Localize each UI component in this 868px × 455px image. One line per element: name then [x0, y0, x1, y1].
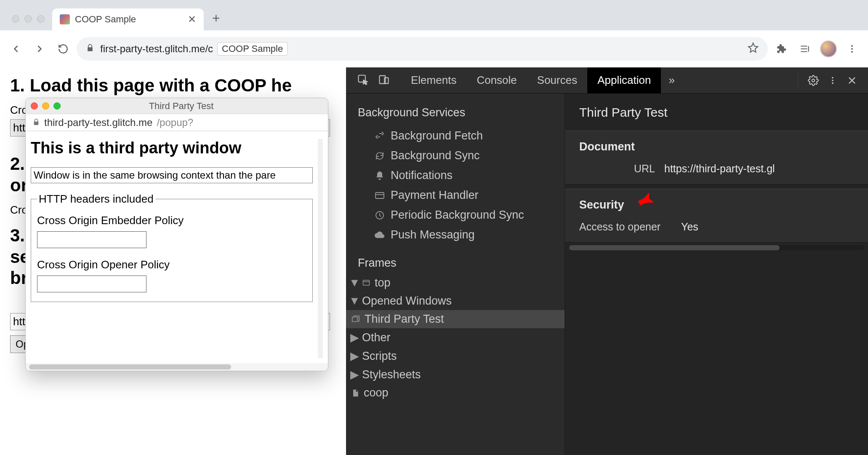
fieldset-legend: HTTP headers included	[37, 193, 155, 206]
devtools-tabs: Elements Console Sources Application »	[346, 67, 868, 94]
svg-point-9	[832, 82, 833, 84]
popup-heading: This is a third party window	[31, 139, 313, 157]
favicon-icon	[60, 14, 70, 24]
window-minimize[interactable]	[24, 15, 32, 23]
page-content: 1. Load this page with a COOP he Cro 2.o…	[0, 67, 346, 455]
back-button[interactable]	[6, 39, 26, 59]
coop-label: Cross Origin Opener Policy	[37, 258, 306, 271]
sidebar-item-notifications[interactable]: Notifications	[346, 166, 564, 185]
frame-coop-file[interactable]: coop	[346, 384, 564, 402]
avatar-icon	[820, 40, 837, 57]
sidebar-item-bg-sync[interactable]: Background Sync	[346, 146, 564, 166]
popup-minimize[interactable]	[42, 102, 49, 110]
coop-field[interactable]	[37, 276, 146, 292]
tab-application[interactable]: Application	[587, 67, 661, 94]
popup-window: Third Party Test third-party-test.glitch…	[25, 98, 328, 371]
inspect-icon[interactable]	[357, 74, 369, 87]
sidebar-item-periodic-sync[interactable]: Periodic Background Sync	[346, 205, 564, 225]
lock-icon	[86, 43, 94, 55]
devtools-sidebar: Background Services Background Fetch Bac…	[346, 94, 565, 455]
window-close[interactable]	[12, 15, 19, 23]
new-tab-button[interactable]: +	[204, 11, 229, 30]
tab-console[interactable]: Console	[466, 67, 527, 94]
security-heading: Security	[565, 189, 868, 213]
svg-rect-12	[363, 280, 370, 285]
toolbar: first-party-test.glitch.me/c COOP Sample	[0, 30, 868, 67]
frame-opened-windows[interactable]: ▼Opened Windows	[346, 292, 564, 310]
device-icon[interactable]	[378, 74, 390, 87]
sidebar-item-bg-fetch[interactable]: Background Fetch	[346, 126, 564, 146]
access-row: Access to opener Yes	[565, 213, 868, 242]
frame-other[interactable]: ▶Other	[346, 328, 564, 347]
url-value: https://third-party-test.gl	[664, 163, 775, 175]
window-controls	[4, 15, 52, 30]
url-text: first-party-test.glitch.me/c	[100, 43, 213, 55]
popup-url-path: /popup?	[157, 117, 193, 128]
frame-top[interactable]: ▼top	[346, 274, 564, 292]
gear-icon[interactable]	[805, 72, 822, 89]
sidebar-item-payment[interactable]: Payment Handler	[346, 185, 564, 205]
page-heading-1: 1. Load this page with a COOP he	[10, 75, 336, 96]
star-icon[interactable]	[748, 42, 759, 56]
close-icon[interactable]: ✕	[188, 13, 196, 25]
lock-icon	[32, 117, 40, 128]
devtools-panel: Elements Console Sources Application » B…	[346, 67, 868, 455]
coep-label: Cross Origin Embedder Policy	[37, 214, 306, 227]
frame-scripts[interactable]: ▶Scripts	[346, 347, 564, 365]
window-maximize[interactable]	[37, 15, 45, 23]
tab-strip: COOP Sample ✕ +	[0, 0, 868, 30]
section-bg-services: Background Services	[346, 102, 564, 123]
popup-titlebar[interactable]: Third Party Test	[26, 98, 328, 114]
popup-address-bar[interactable]: third-party-test.glitch.me/popup?	[26, 114, 328, 131]
horizontal-scrollbar[interactable]	[26, 363, 328, 371]
context-field[interactable]	[31, 167, 313, 183]
frame-stylesheets[interactable]: ▶Stylesheets	[346, 365, 564, 384]
tab-elements[interactable]: Elements	[401, 67, 466, 94]
address-bar[interactable]: first-party-test.glitch.me/c COOP Sample	[77, 37, 768, 61]
menu-button[interactable]	[842, 39, 862, 59]
section-frames: Frames	[346, 252, 564, 274]
more-tabs-button[interactable]: »	[661, 74, 682, 87]
browser-chrome: COOP Sample ✕ + first-party-test.glitch.…	[0, 0, 868, 67]
detail-title: Third Party Test	[565, 103, 868, 131]
svg-point-0	[851, 45, 853, 47]
close-devtools-icon[interactable]	[844, 72, 860, 89]
reading-list-button[interactable]	[795, 39, 815, 59]
access-key: Access to opener	[579, 221, 672, 233]
popup-title: Third Party Test	[65, 101, 323, 112]
profile-button[interactable]	[818, 39, 839, 59]
detail-scrollbar[interactable]	[569, 245, 864, 250]
tab-title: COOP Sample	[75, 14, 136, 25]
url-tooltip: COOP Sample	[217, 42, 288, 56]
access-value: Yes	[681, 221, 698, 233]
frame-third-party-test[interactable]: Third Party Test	[346, 310, 564, 328]
sidebar-item-push[interactable]: Push Messaging	[346, 225, 564, 245]
reload-button[interactable]	[53, 39, 73, 59]
svg-point-7	[832, 77, 833, 78]
svg-rect-10	[375, 193, 384, 198]
svg-point-8	[832, 80, 833, 81]
forward-button[interactable]	[29, 39, 50, 59]
document-heading: Document	[565, 131, 868, 155]
popup-close[interactable]	[31, 102, 38, 110]
url-row: URL https://third-party-test.gl	[565, 155, 868, 184]
headers-fieldset: HTTP headers included Cross Origin Embed…	[31, 193, 313, 302]
popup-url-host: third-party-test.glitch.me	[44, 117, 152, 128]
browser-tab[interactable]: COOP Sample ✕	[52, 8, 204, 30]
popup-maximize[interactable]	[53, 102, 61, 110]
coep-field[interactable]	[37, 231, 146, 248]
svg-point-1	[851, 48, 853, 50]
svg-point-6	[812, 79, 815, 82]
svg-rect-13	[352, 317, 358, 321]
popup-body: This is a third party window HTTP header…	[26, 131, 328, 363]
svg-point-2	[851, 51, 853, 53]
kebab-icon[interactable]	[824, 72, 841, 89]
devtools-detail: Third Party Test Document URL https://th…	[565, 94, 868, 455]
extensions-button[interactable]	[771, 39, 791, 59]
tab-sources[interactable]: Sources	[527, 67, 587, 94]
url-key: URL	[579, 163, 655, 175]
